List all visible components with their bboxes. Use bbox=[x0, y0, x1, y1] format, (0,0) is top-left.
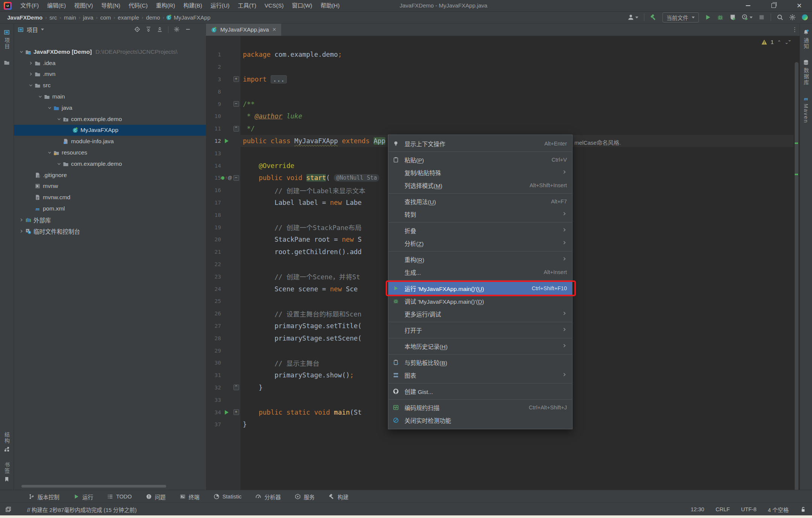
tree-item-JavaFXDemoDemo[interactable]: JavaFXDemo [Demo]D:\IDEAProjects\JCNCPro… bbox=[14, 46, 206, 58]
breadcrumb-item[interactable]: main bbox=[63, 14, 77, 21]
tree-item-mvnw[interactable]: mvnw bbox=[14, 181, 206, 192]
context-menu-item[interactable]: 关闭实时检测功能 bbox=[388, 414, 572, 427]
gear-button[interactable] bbox=[789, 14, 796, 21]
context-menu-item[interactable]: 编码规约扫描Ctrl+Alt+Shift+J bbox=[388, 401, 572, 414]
tree-item-临时文件和控制台[interactable]: 临时文件和控制台 bbox=[14, 226, 206, 237]
breadcrumb-item[interactable]: java bbox=[82, 14, 95, 21]
run-line-icon[interactable] bbox=[221, 139, 232, 143]
hide-icon[interactable]: ⌄ bbox=[788, 37, 792, 42]
context-menu-item[interactable]: 粘贴(P)Ctrl+V bbox=[388, 153, 572, 166]
stripe-button-通知[interactable]: 通知 bbox=[802, 27, 810, 52]
minimize-button[interactable] bbox=[735, 0, 761, 11]
context-menu-item[interactable]: 重构(R) bbox=[388, 253, 572, 266]
fold-marker[interactable]: + bbox=[232, 409, 240, 415]
expand-all-button[interactable] bbox=[145, 26, 151, 33]
menu-R[interactable]: 重构(R) bbox=[152, 2, 179, 9]
chevron-down-icon[interactable] bbox=[27, 82, 35, 88]
stripe-button-结构[interactable]: 结构 bbox=[3, 430, 11, 454]
context-menu-item[interactable]: 折叠 bbox=[388, 224, 572, 237]
context-menu-item[interactable]: 查找用法(U)Alt+F7 bbox=[388, 195, 572, 208]
menu-W[interactable]: 窗口(W) bbox=[288, 2, 316, 9]
context-menu-item[interactable]: 显示上下文操作Alt+Enter bbox=[388, 137, 572, 150]
fold-marker[interactable]: − bbox=[232, 175, 240, 181]
fold-minus-icon[interactable]: − bbox=[233, 175, 239, 181]
menu-T[interactable]: 工具(T) bbox=[233, 2, 260, 9]
override-marker-icon[interactable] bbox=[221, 176, 224, 180]
tab-myjavafxapp[interactable]: C MyJavaFXApp.java ✕ bbox=[206, 23, 281, 36]
status-widget-4[interactable]: 4 个空格 bbox=[768, 506, 789, 513]
profiler-button[interactable] bbox=[742, 14, 753, 21]
status-widget-CRLF[interactable]: CRLF bbox=[715, 506, 730, 512]
hammer-button[interactable] bbox=[650, 14, 657, 21]
stripe-button-folder[interactable] bbox=[4, 57, 10, 68]
menu-N[interactable]: 导航(N) bbox=[97, 2, 124, 9]
tree-item-module-info.java[interactable]: Jmodule-info.java bbox=[14, 136, 206, 147]
menu-H[interactable]: 帮助(H) bbox=[317, 2, 344, 9]
layout-icon[interactable] bbox=[5, 506, 11, 512]
run-arrow-icon[interactable] bbox=[225, 139, 229, 143]
gear-button[interactable] bbox=[174, 26, 180, 33]
context-menu-item[interactable]: 更多运行/调试 bbox=[388, 307, 572, 320]
toolwindow-button-构建[interactable]: 构建 bbox=[329, 493, 348, 501]
fold-marker[interactable]: ^ bbox=[232, 126, 240, 132]
context-menu-item[interactable]: 创建 Gist... bbox=[388, 385, 572, 398]
stripe-button-项目[interactable]: 项目 bbox=[3, 27, 11, 52]
fold-marker[interactable]: ^ bbox=[232, 385, 240, 390]
context-menu-item[interactable]: 生成...Alt+Insert bbox=[388, 266, 572, 279]
stripe-button-数据库[interactable]: 数据库 bbox=[802, 57, 810, 88]
tree-item-.idea[interactable]: .idea bbox=[14, 58, 206, 69]
chevron-down-icon[interactable] bbox=[55, 116, 63, 122]
chevron-down-icon[interactable] bbox=[18, 49, 25, 55]
tree-item-外部库[interactable]: 外部库 bbox=[14, 214, 206, 226]
run-config-select[interactable]: 当前文件 bbox=[662, 12, 699, 23]
prev-warning-icon[interactable]: ⌃ bbox=[777, 39, 781, 45]
status-widget-1230[interactable]: 12:30 bbox=[691, 506, 704, 512]
context-menu-item[interactable]: 列选择模式(M)Alt+Shift+Insert bbox=[388, 179, 572, 192]
tab-close-icon[interactable]: ✕ bbox=[272, 27, 276, 32]
run-arrow-icon[interactable] bbox=[225, 410, 229, 415]
menu-C[interactable]: 代码(C) bbox=[124, 2, 152, 9]
fold-marker[interactable]: − bbox=[232, 101, 240, 107]
fold-end-icon[interactable]: ^ bbox=[233, 126, 239, 132]
menu-B[interactable]: 构建(B) bbox=[179, 2, 206, 9]
fold-plus-icon[interactable]: + bbox=[233, 409, 239, 415]
tab-options-icon[interactable]: ⋮ bbox=[792, 23, 798, 36]
debug-button[interactable] bbox=[717, 14, 724, 21]
target-button[interactable] bbox=[134, 26, 140, 33]
chevron-down-icon[interactable] bbox=[46, 105, 53, 111]
tree-item-com.example.demo[interactable]: com.example.demo bbox=[14, 158, 206, 170]
scrollbar-thumb[interactable] bbox=[795, 62, 798, 496]
profile-button[interactable] bbox=[627, 14, 638, 21]
breadcrumb-item[interactable]: src bbox=[48, 14, 58, 21]
breadcrumb-item[interactable]: demo bbox=[145, 14, 161, 21]
toolwindow-button-分析器[interactable]: 分析器 bbox=[255, 493, 281, 501]
horizontal-scrollbar[interactable] bbox=[21, 485, 166, 488]
menu-VCSS[interactable]: VCS(S) bbox=[261, 2, 288, 9]
chevron-right-icon[interactable] bbox=[27, 71, 35, 77]
tree-item-mvnw.cmd[interactable]: mvnw.cmd bbox=[14, 192, 206, 203]
fold-marker[interactable]: + bbox=[232, 76, 240, 82]
minus-button[interactable] bbox=[185, 26, 191, 33]
coverage-button[interactable] bbox=[729, 14, 736, 21]
inspections-widget[interactable]: 1 ⌃ ⌄ bbox=[761, 39, 789, 45]
context-menu-item[interactable]: 与剪贴板比较(B) bbox=[388, 356, 572, 369]
breadcrumb-item[interactable]: JavaFXDemo bbox=[6, 14, 44, 21]
chevron-right-icon[interactable] bbox=[18, 217, 25, 223]
breadcrumb-item[interactable]: example bbox=[117, 14, 140, 21]
chevron-down-icon[interactable] bbox=[46, 150, 53, 156]
restore-button[interactable] bbox=[761, 0, 786, 11]
menu-F[interactable]: 文件(F) bbox=[16, 2, 43, 9]
toolwindow-button-版本控制[interactable]: 版本控制 bbox=[29, 493, 59, 501]
tree-item-resources[interactable]: resources bbox=[14, 147, 206, 158]
chevron-right-icon[interactable] bbox=[27, 60, 35, 66]
tree-item-src[interactable]: src bbox=[14, 80, 206, 91]
chevron-down-icon[interactable] bbox=[41, 29, 44, 30]
toolwindow-button-问题[interactable]: 问题 bbox=[146, 493, 166, 501]
toolwindow-button-运行[interactable]: 运行 bbox=[73, 493, 93, 501]
tree-item-java[interactable]: java bbox=[14, 102, 206, 114]
chevron-down-icon[interactable] bbox=[55, 161, 63, 167]
toolwindow-button-Statistic[interactable]: Statistic bbox=[214, 494, 242, 500]
context-menu-item-run[interactable]: 运行 'MyJavaFXApp.main()'(U)Ctrl+Shift+F10 bbox=[388, 282, 572, 295]
run-button[interactable] bbox=[704, 14, 711, 21]
context-menu-item[interactable]: 分析(Z) bbox=[388, 237, 572, 250]
